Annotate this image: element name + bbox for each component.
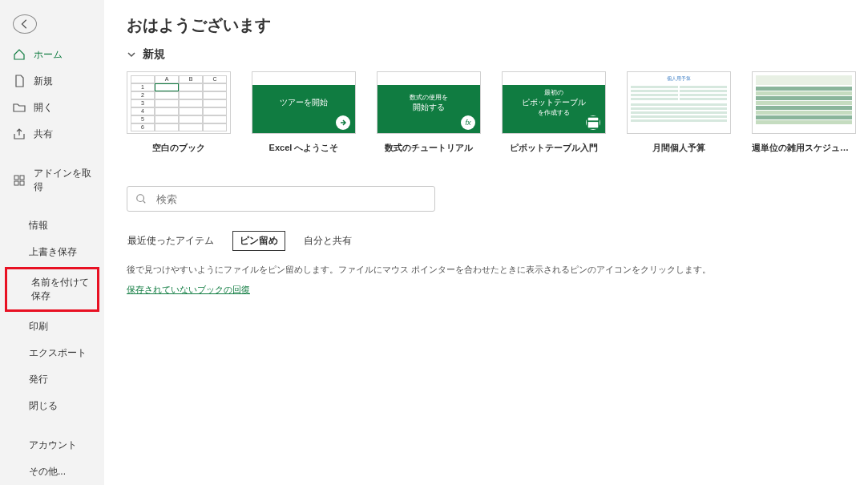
nav-new[interactable]: 新規 <box>0 68 104 95</box>
back-button[interactable] <box>13 14 37 34</box>
template-gallery: ABC 1 2 3 4 5 6 空白のブック ツアーを開始 Excel へようこ… <box>127 71 846 154</box>
template-formula-thumb: 数式の使用を 開始する fx <box>377 71 481 134</box>
nav-share-label: 共有 <box>34 127 53 141</box>
template-pivot-label: ピボットテーブル入門 <box>502 142 606 154</box>
chevron-down-icon <box>127 50 136 59</box>
highlight-saveas: 名前を付けて保存 <box>5 267 99 312</box>
nav-addins-label: アドインを取得 <box>34 167 98 194</box>
back-arrow-icon <box>19 18 30 30</box>
new-section-header[interactable]: 新規 <box>127 47 846 62</box>
greeting-title: おはようございます <box>127 14 846 36</box>
template-blank-label: 空白のブック <box>127 142 231 154</box>
nav-save[interactable]: 上書き保存 <box>0 239 104 265</box>
svg-rect-1 <box>20 176 24 180</box>
nav-account[interactable]: アカウント <box>0 432 104 459</box>
template-blank-thumb: ABC 1 2 3 4 5 6 <box>127 71 231 134</box>
fx-icon: fx <box>461 115 475 130</box>
pivot-icon <box>586 115 600 130</box>
template-formula-label: 数式のチュートリアル <box>377 142 481 154</box>
file-icon <box>13 75 26 87</box>
nav-print[interactable]: 印刷 <box>0 313 104 340</box>
file-tabs: 最近使ったアイテム ピン留め 自分と共有 <box>127 231 846 251</box>
template-pivot-thumb: 最初の ピボットテーブル を作成する <box>502 71 606 134</box>
template-welcome-thumb: ツアーを開始 <box>252 71 356 134</box>
nav-new-label: 新規 <box>34 75 53 88</box>
folder-icon <box>13 101 26 114</box>
recover-unsaved-link[interactable]: 保存されていないブックの回復 <box>127 285 250 294</box>
svg-rect-0 <box>14 176 18 180</box>
tab-recent[interactable]: 最近使ったアイテム <box>127 232 215 250</box>
nav-info[interactable]: 情報 <box>0 212 104 239</box>
search-input[interactable] <box>156 193 426 205</box>
template-schedule-label: 週単位の雑用スケジュール (ブ… <box>752 142 856 154</box>
nav-open-label: 開く <box>34 101 53 115</box>
nav-publish[interactable]: 発行 <box>0 366 104 393</box>
template-pivot[interactable]: 最初の ピボットテーブル を作成する ピボットテーブル入門 <box>502 71 606 154</box>
template-blank[interactable]: ABC 1 2 3 4 5 6 空白のブック <box>127 71 231 154</box>
addins-icon <box>13 174 26 187</box>
search-icon <box>135 193 147 204</box>
sidebar: ホーム 新規 開く 共有 アドインを取得 情報 上書き保存 名前を付けて保存 印… <box>0 0 104 485</box>
nav-home[interactable]: ホーム <box>0 42 104 68</box>
template-budget-label: 月間個人予算 <box>627 142 731 154</box>
nav-open[interactable]: 開く <box>0 95 104 121</box>
template-welcome-label: Excel へようこそ <box>252 142 356 154</box>
arrow-right-icon <box>336 115 350 130</box>
svg-rect-3 <box>20 181 24 185</box>
nav-save-as[interactable]: 名前を付けて保存 <box>7 269 97 309</box>
nav-addins[interactable]: アドインを取得 <box>0 160 104 200</box>
template-budget[interactable]: 個人用予算 月間個人予算 <box>627 71 731 154</box>
template-welcome[interactable]: ツアーを開始 Excel へようこそ <box>252 71 356 154</box>
svg-rect-2 <box>14 181 18 185</box>
share-icon <box>13 127 26 140</box>
nav-other[interactable]: その他... <box>0 459 104 485</box>
nav-share[interactable]: 共有 <box>0 121 104 148</box>
main-content: おはようございます 新規 ABC 1 2 3 4 5 6 空白のブック <box>104 0 868 485</box>
nav-home-label: ホーム <box>34 48 63 62</box>
template-schedule[interactable]: 週単位の雑用スケジュール (ブ… <box>752 71 856 154</box>
svg-point-6 <box>137 195 144 202</box>
nav-close[interactable]: 閉じる <box>0 393 104 419</box>
tab-pinned[interactable]: ピン留め <box>232 231 285 251</box>
pin-hint-text: 後で見つけやすいようにファイルをピン留めします。ファイルにマウス ポインターを合… <box>127 264 846 276</box>
svg-rect-4 <box>587 117 599 128</box>
nav-export[interactable]: エクスポート <box>0 340 104 366</box>
svg-line-7 <box>143 201 146 204</box>
search-box[interactable] <box>127 186 435 212</box>
new-section-label: 新規 <box>143 47 165 62</box>
template-budget-thumb: 個人用予算 <box>627 71 731 134</box>
home-icon <box>13 48 26 61</box>
template-formula[interactable]: 数式の使用を 開始する fx 数式のチュートリアル <box>377 71 481 154</box>
tab-shared[interactable]: 自分と共有 <box>303 232 353 250</box>
template-schedule-thumb <box>752 71 856 134</box>
